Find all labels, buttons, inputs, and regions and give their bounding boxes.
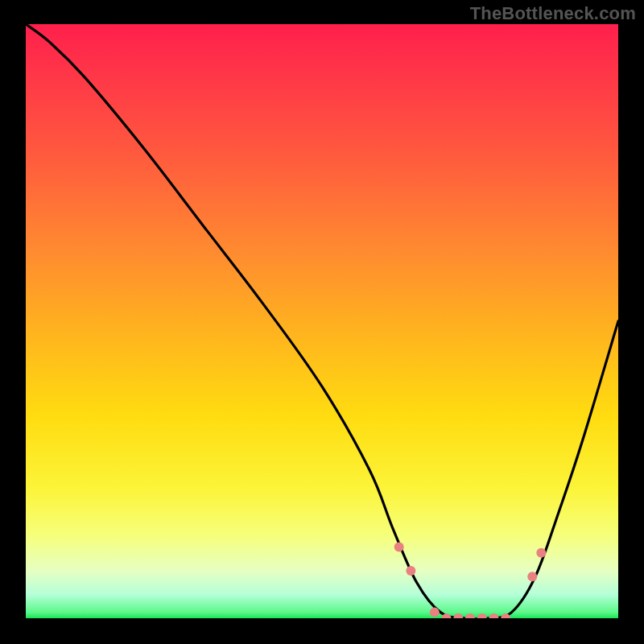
highlight-marker <box>406 566 415 576</box>
highlight-marker <box>430 608 440 617</box>
highlight-marker <box>394 542 404 551</box>
highlight-marker <box>442 613 452 618</box>
plot-area <box>26 24 618 618</box>
highlight-marker <box>477 613 487 618</box>
highlight-marker <box>501 613 510 618</box>
highlight-marker <box>489 613 498 618</box>
highlight-marker <box>453 613 463 618</box>
plot-container <box>26 24 618 618</box>
highlight-marker <box>465 613 475 618</box>
highlight-marker <box>536 548 546 558</box>
watermark-text: TheBottleneck.com <box>470 3 636 24</box>
chart-frame: TheBottleneck.com <box>0 0 644 644</box>
highlight-markers <box>26 24 618 618</box>
highlight-marker <box>527 572 537 581</box>
